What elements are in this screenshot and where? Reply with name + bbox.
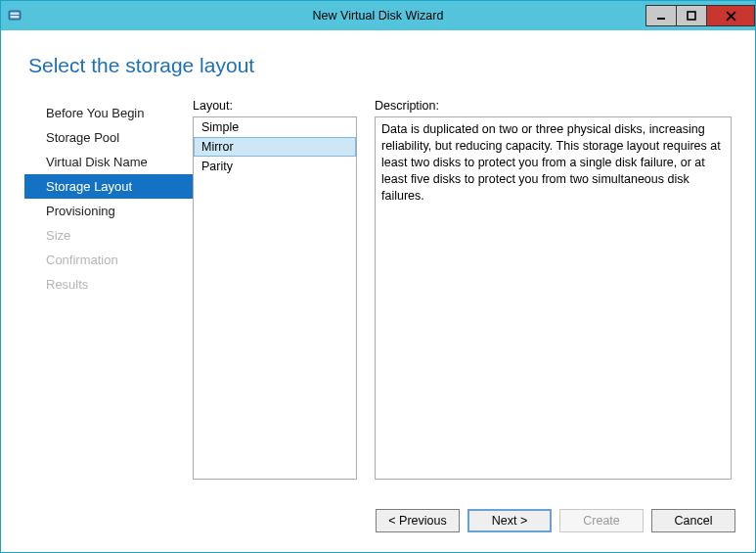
step-virtual-disk-name[interactable]: Virtual Disk Name: [24, 150, 193, 174]
layout-label: Layout:: [193, 99, 357, 113]
content-area: Select the storage layout Before You Beg…: [1, 30, 755, 489]
svg-rect-4: [688, 12, 695, 20]
layout-column: Layout: SimpleMirrorParity: [193, 99, 357, 480]
layout-listbox[interactable]: SimpleMirrorParity: [193, 116, 357, 480]
layout-option-parity[interactable]: Parity: [194, 157, 356, 176]
svg-rect-0: [9, 11, 21, 20]
description-label: Description:: [375, 99, 732, 113]
step-confirmation: Confirmation: [24, 248, 193, 272]
maximize-button[interactable]: [676, 5, 707, 26]
minimize-button[interactable]: [645, 5, 677, 26]
next-button[interactable]: Next >: [467, 509, 552, 532]
footer: < Previous Next > Create Cancel: [1, 489, 755, 552]
step-storage-pool[interactable]: Storage Pool: [24, 125, 193, 150]
cancel-button[interactable]: Cancel: [651, 509, 735, 532]
description-box: Data is duplicated on two or three physi…: [375, 116, 732, 480]
step-before-you-begin[interactable]: Before You Begin: [24, 101, 193, 125]
svg-rect-3: [657, 18, 665, 20]
main-panels: Layout: SimpleMirrorParity Description: …: [193, 99, 732, 480]
step-results: Results: [24, 272, 193, 297]
description-column: Description: Data is duplicated on two o…: [375, 99, 732, 480]
window-title: New Virtual Disk Wizard: [1, 9, 755, 23]
body-row: Before You BeginStorage PoolVirtual Disk…: [24, 99, 732, 480]
app-icon: [7, 8, 22, 23]
previous-button[interactable]: < Previous: [376, 509, 460, 532]
layout-option-mirror[interactable]: Mirror: [194, 137, 356, 157]
page-title: Select the storage layout: [28, 54, 732, 77]
step-storage-layout[interactable]: Storage Layout: [24, 174, 193, 199]
titlebar: New Virtual Disk Wizard: [1, 1, 755, 30]
step-nav: Before You BeginStorage PoolVirtual Disk…: [24, 99, 193, 480]
window-controls: [646, 5, 755, 26]
create-button: Create: [559, 509, 644, 532]
step-provisioning[interactable]: Provisioning: [24, 199, 193, 223]
close-button[interactable]: [706, 5, 755, 26]
layout-option-simple[interactable]: Simple: [194, 117, 356, 137]
step-size: Size: [24, 223, 193, 248]
svg-rect-2: [11, 16, 20, 19]
wizard-window: New Virtual Disk Wizard Select the stora…: [0, 0, 756, 553]
svg-rect-1: [11, 13, 20, 16]
